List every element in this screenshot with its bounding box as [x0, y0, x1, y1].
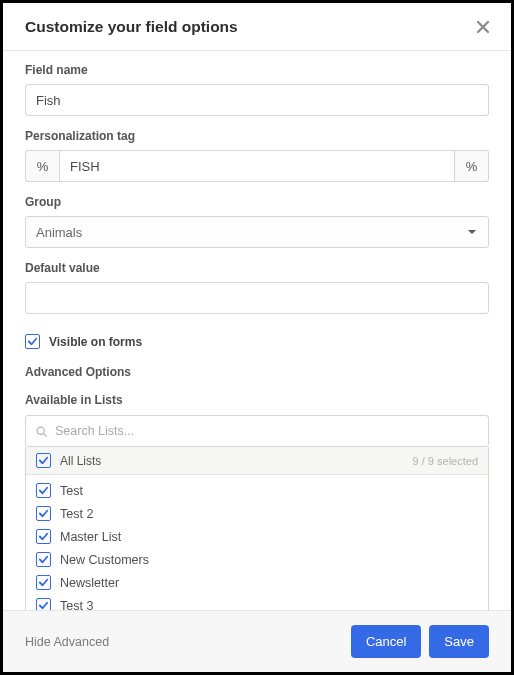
search-lists-input[interactable] [55, 424, 479, 438]
modal-footer: Hide Advanced Cancel Save [3, 610, 511, 672]
group-select-value: Animals [36, 225, 82, 240]
checkmark-icon [38, 455, 49, 466]
default-value-group: Default value [25, 261, 489, 314]
default-value-input[interactable] [25, 282, 489, 314]
list-item[interactable]: Test 2 [26, 502, 488, 525]
list-item-label: Newsletter [60, 576, 119, 590]
chevron-down-icon [468, 230, 476, 234]
save-button[interactable]: Save [429, 625, 489, 658]
list-item-label: Test 3 [60, 599, 93, 611]
all-lists-checkbox[interactable] [36, 453, 51, 468]
list-item[interactable]: Test [26, 479, 488, 502]
field-name-group: Field name [25, 63, 489, 116]
modal-header: Customize your field options [3, 3, 511, 51]
list-items-container: TestTest 2Master ListNew CustomersNewsle… [26, 475, 488, 610]
visible-on-forms-row[interactable]: Visible on forms [25, 334, 489, 349]
close-button[interactable] [473, 17, 493, 37]
list-item-checkbox[interactable] [36, 506, 51, 521]
list-item[interactable]: Test 3 [26, 594, 488, 610]
group-select[interactable]: Animals [25, 216, 489, 248]
checkmark-icon [38, 600, 49, 610]
group-label: Group [25, 195, 489, 209]
checkmark-icon [27, 336, 38, 347]
checkmark-icon [38, 577, 49, 588]
selected-count: 9 / 9 selected [413, 455, 478, 467]
checkmark-icon [38, 531, 49, 542]
all-lists-row[interactable]: All Lists 9 / 9 selected [26, 447, 488, 475]
list-item-checkbox[interactable] [36, 552, 51, 567]
list-item[interactable]: Newsletter [26, 571, 488, 594]
all-lists-label: All Lists [60, 454, 101, 468]
visible-on-forms-label: Visible on forms [49, 335, 142, 349]
list-item[interactable]: New Customers [26, 548, 488, 571]
list-item-checkbox[interactable] [36, 529, 51, 544]
list-item[interactable]: Master List [26, 525, 488, 548]
close-icon [475, 19, 491, 35]
modal-title: Customize your field options [25, 18, 238, 36]
checkmark-icon [38, 485, 49, 496]
personalization-tag-input[interactable] [59, 150, 455, 182]
field-name-label: Field name [25, 63, 489, 77]
list-item-checkbox[interactable] [36, 483, 51, 498]
hide-advanced-button[interactable]: Hide Advanced [25, 635, 109, 649]
ptag-addon-left: % [25, 150, 59, 182]
list-item-label: Test 2 [60, 507, 93, 521]
personalization-tag-group: Personalization tag % % [25, 129, 489, 182]
lists-box: All Lists 9 / 9 selected TestTest 2Maste… [25, 447, 489, 610]
checkmark-icon [38, 554, 49, 565]
search-icon [35, 425, 48, 438]
advanced-options-heading: Advanced Options [25, 365, 489, 379]
personalization-tag-row: % % [25, 150, 489, 182]
checkmark-icon [38, 508, 49, 519]
list-item-label: New Customers [60, 553, 149, 567]
search-lists-wrap[interactable] [25, 415, 489, 447]
list-item-label: Test [60, 484, 83, 498]
ptag-addon-right: % [455, 150, 489, 182]
personalization-tag-label: Personalization tag [25, 129, 489, 143]
field-name-input[interactable] [25, 84, 489, 116]
cancel-button[interactable]: Cancel [351, 625, 421, 658]
visible-on-forms-checkbox[interactable] [25, 334, 40, 349]
default-value-label: Default value [25, 261, 489, 275]
list-item-label: Master List [60, 530, 121, 544]
footer-buttons: Cancel Save [351, 625, 489, 658]
list-item-checkbox[interactable] [36, 598, 51, 610]
list-item-checkbox[interactable] [36, 575, 51, 590]
modal: Customize your field options Field name … [3, 3, 511, 672]
svg-line-1 [44, 433, 47, 436]
available-in-lists-label: Available in Lists [25, 393, 489, 407]
group-field: Group Animals [25, 195, 489, 248]
modal-body: Field name Personalization tag % % Group… [3, 51, 511, 610]
